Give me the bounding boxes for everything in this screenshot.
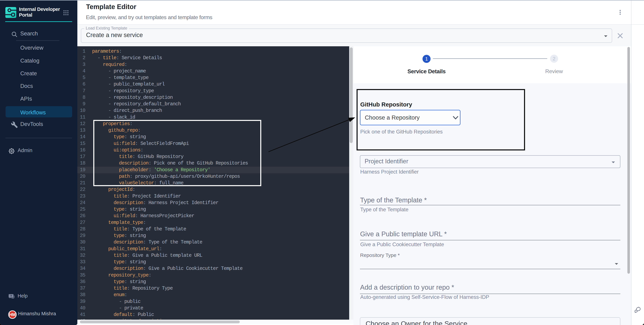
svg-text:?: ? xyxy=(10,295,12,298)
